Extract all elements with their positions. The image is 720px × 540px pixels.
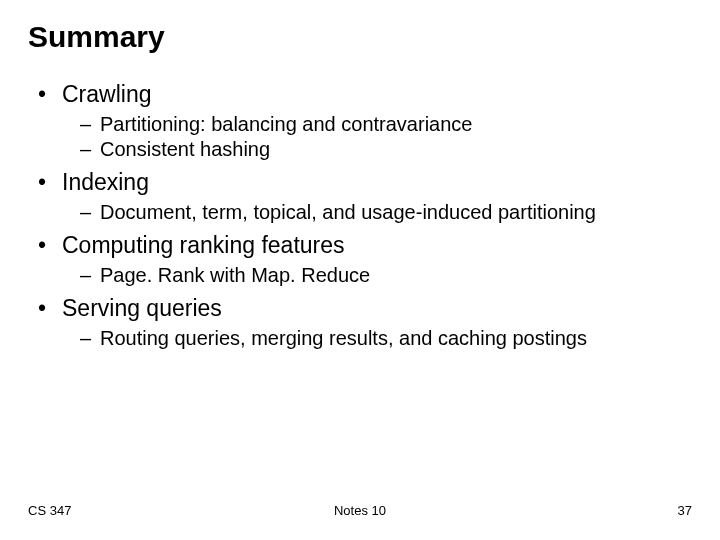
footer: CS 347 Notes 10 37 xyxy=(0,503,720,518)
footer-left: CS 347 xyxy=(28,503,71,518)
list-item-label: Computing ranking features xyxy=(62,232,345,258)
sub-list: Partitioning: balancing and contravarian… xyxy=(62,112,692,162)
list-item-label: Indexing xyxy=(62,169,149,195)
sub-list: Page. Rank with Map. Reduce xyxy=(62,263,692,288)
sub-list: Document, term, topical, and usage-induc… xyxy=(62,200,692,225)
page-title: Summary xyxy=(28,20,692,54)
footer-right: 37 xyxy=(678,503,692,518)
sub-list: Routing queries, merging results, and ca… xyxy=(62,326,692,351)
sub-list-item: Partitioning: balancing and contravarian… xyxy=(80,112,692,137)
list-item: Computing ranking features Page. Rank wi… xyxy=(36,231,692,288)
list-item-label: Serving queries xyxy=(62,295,222,321)
footer-center: Notes 10 xyxy=(334,503,386,518)
list-item: Indexing Document, term, topical, and us… xyxy=(36,168,692,225)
slide: Summary Crawling Partitioning: balancing… xyxy=(0,0,720,540)
sub-list-item: Routing queries, merging results, and ca… xyxy=(80,326,692,351)
list-item-label: Crawling xyxy=(62,81,151,107)
bullet-list: Crawling Partitioning: balancing and con… xyxy=(28,80,692,351)
sub-list-item: Document, term, topical, and usage-induc… xyxy=(80,200,692,225)
sub-list-item: Consistent hashing xyxy=(80,137,692,162)
list-item: Crawling Partitioning: balancing and con… xyxy=(36,80,692,162)
sub-list-item: Page. Rank with Map. Reduce xyxy=(80,263,692,288)
list-item: Serving queries Routing queries, merging… xyxy=(36,294,692,351)
